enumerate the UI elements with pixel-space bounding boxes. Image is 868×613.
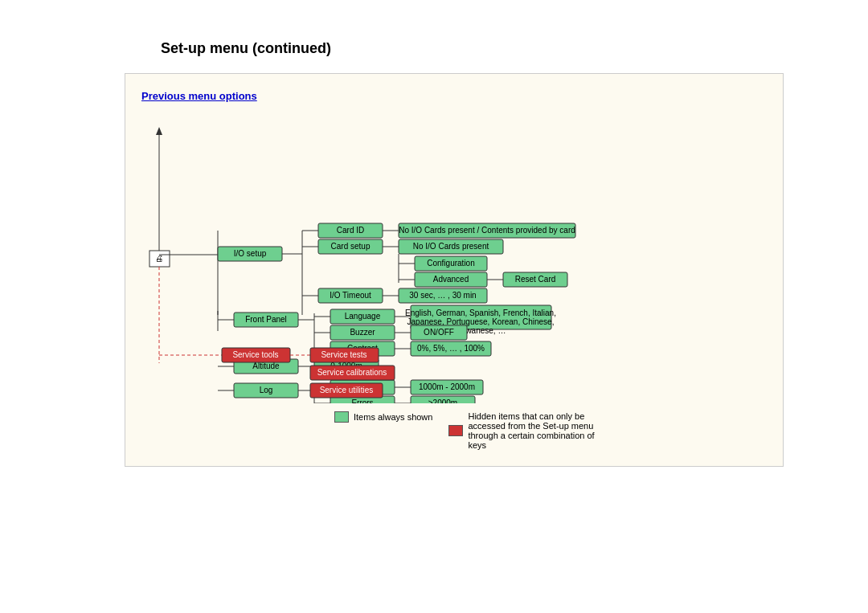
prev-menu-link[interactable]: Previous menu options: [141, 90, 257, 102]
svg-text:30 sec, … , 30 min: 30 sec, … , 30 min: [409, 291, 476, 300]
svg-text:I/O Timeout: I/O Timeout: [330, 291, 371, 300]
legend: Items always shown Hidden items that can…: [334, 411, 767, 450]
svg-text:🖨: 🖨: [155, 254, 163, 263]
svg-text:Configuration: Configuration: [427, 259, 474, 268]
svg-text:Service utilities: Service utilities: [320, 386, 374, 394]
svg-text:No I/O Cards present / Content: No I/O Cards present / Contents provided…: [399, 226, 575, 235]
svg-text:Reset Card: Reset Card: [515, 275, 556, 284]
svg-text:I/O setup: I/O setup: [234, 249, 267, 258]
legend-red-label: Hidden items that can only be accessed f…: [468, 411, 612, 450]
svg-text:Buzzer: Buzzer: [350, 328, 375, 337]
legend-green-label: Items always shown: [354, 412, 432, 422]
svg-text:>2000m: >2000m: [428, 398, 457, 403]
svg-text:Altitude: Altitude: [252, 362, 280, 370]
svg-text:0%, 5%, … , 100%: 0%, 5%, … , 100%: [417, 344, 485, 353]
svg-text:Front Panel: Front Panel: [245, 315, 287, 324]
page-title: Set-up menu (continued): [161, 40, 868, 57]
svg-marker-1: [156, 127, 162, 135]
svg-text:ON/OFF: ON/OFF: [424, 328, 454, 337]
svg-text:Card ID: Card ID: [337, 226, 364, 235]
svg-text:Service calibrations: Service calibrations: [317, 368, 387, 377]
legend-green: Items always shown: [334, 411, 432, 423]
svg-text:Service tools: Service tools: [232, 350, 278, 359]
svg-text:Log: Log: [260, 386, 273, 394]
legend-red: Hidden items that can only be accessed f…: [448, 411, 612, 450]
diagram-container: Previous menu options .node-green { fill…: [125, 73, 784, 467]
svg-text:Service tests: Service tests: [321, 350, 366, 359]
svg-text:Japanese, Portuguese, Korean, : Japanese, Portuguese, Korean, Chinese,: [407, 317, 555, 326]
svg-text:English, German, Spanish, Fren: English, German, Spanish, French, Italia…: [405, 309, 556, 317]
svg-text:1000m - 2000m: 1000m - 2000m: [419, 382, 475, 391]
svg-text:No I/O Cards present: No I/O Cards present: [413, 242, 489, 251]
diagram-svg: .node-green { fill: #6ecf8f; stroke: #33…: [141, 106, 768, 403]
svg-text:Advanced: Advanced: [433, 275, 469, 284]
legend-green-box: [334, 411, 349, 423]
svg-text:Card setup: Card setup: [331, 242, 371, 251]
svg-text:Language: Language: [345, 312, 381, 321]
legend-red-box: [448, 425, 463, 436]
svg-text:Errors: Errors: [351, 398, 373, 403]
